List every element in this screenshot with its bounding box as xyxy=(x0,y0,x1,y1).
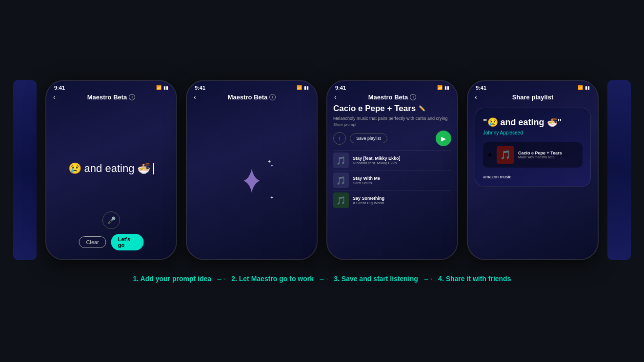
nav-bar-3: ‹ Maestro Beta i xyxy=(327,93,457,103)
status-icons-1: 📶 ▮▮ xyxy=(156,85,168,90)
back-btn-4[interactable]: ‹ xyxy=(475,93,477,101)
status-time-4: 9:41 xyxy=(476,85,486,91)
step-arrow-1: - - - → xyxy=(215,276,227,282)
track-info-2: Say Something A Great Big World xyxy=(353,196,384,205)
back-btn-1[interactable]: ‹ xyxy=(53,93,56,101)
phone-3: 9:41 📶 ▮▮ ‹ Maestro Beta i Cacio e Pepe … xyxy=(326,80,458,260)
back-btn-2[interactable]: ‹ xyxy=(194,93,196,101)
nav-title-1: Maestro Beta i xyxy=(87,94,136,101)
phone-4: 9:41 📶 ▮▮ ‹ Share playlist "😢 and eating… xyxy=(467,80,599,260)
main-sparkle xyxy=(239,168,265,194)
nav-title-4: Share playlist xyxy=(512,94,554,101)
nav-bar-2: ‹ Maestro Beta i xyxy=(187,93,317,103)
track-art-1: 🎵 xyxy=(333,172,349,188)
playlist-title: Cacio e Pepe + Tears ✏️ xyxy=(333,104,451,114)
share-track-details: Cacio e Pepe + Tears Made with maestro b… xyxy=(518,151,562,159)
step-label-3: 3. Save and start listening xyxy=(330,275,422,283)
back-btn-3[interactable]: ‹ xyxy=(334,93,337,101)
track-name-2: Say Something xyxy=(353,196,384,201)
status-icons-4: 📶 ▮▮ xyxy=(578,85,590,90)
phone3-main-content: Cacio e Pepe + Tears ✏️ Melancholy music… xyxy=(327,103,457,259)
share-mini-playlist-card: ✦ 🎵 Cacio e Pepe + Tears Made with maest… xyxy=(483,142,583,168)
track-item-2[interactable]: 🎵 Say Something A Great Big World xyxy=(333,190,451,210)
status-bar-3: 9:41 📶 ▮▮ xyxy=(327,81,457,93)
right-side-panel xyxy=(607,80,631,260)
track-name-1: Stay With Me xyxy=(353,176,380,181)
steps-row: 1. Add your prompt idea - - - → 2. Let M… xyxy=(0,275,644,283)
phone3-body: Cacio e Pepe + Tears ✏️ Melancholy music… xyxy=(327,103,457,259)
prompt-display: 😢 and eating 🍜 xyxy=(68,162,155,175)
wifi-icon-4: 📶 xyxy=(578,85,583,90)
wifi-icon-1: 📶 xyxy=(156,85,161,90)
status-icons-2: 📶 ▮▮ xyxy=(297,85,309,90)
track-art-0: 🎵 xyxy=(333,152,349,168)
step-item-3: 3. Save and start listening xyxy=(330,275,422,283)
share-album-art: 🎵 xyxy=(497,146,514,164)
share-track-name: Cacio e Pepe + Tears xyxy=(518,151,562,155)
playlist-description: Melancholy music that pairs perfectly wi… xyxy=(333,115,451,122)
wifi-icon-3: 📶 xyxy=(437,85,443,90)
show-prompt-link[interactable]: Show prompt xyxy=(333,122,451,127)
info-icon-2[interactable]: i xyxy=(269,94,276,100)
text-cursor xyxy=(153,163,154,174)
step-label-1: 1. Add your prompt idea xyxy=(129,275,216,283)
sparkle-dot-3: ✦ xyxy=(270,195,274,200)
step-item-2: 2. Let Maestro go to work xyxy=(227,275,318,283)
phone2-body: ✦ ✦ ✦ xyxy=(187,103,317,259)
mic-button[interactable]: 🎤 xyxy=(102,211,120,229)
save-playlist-button[interactable]: Save playlist xyxy=(350,133,387,143)
step-label-4: 4. Share it with friends xyxy=(434,275,515,283)
step-item-4: 4. Share it with friends xyxy=(434,275,515,283)
share-card: "😢 and eating 🍜" Johnny Appleseed ✦ 🎵 Ca… xyxy=(475,108,591,187)
track-art-2: 🎵 xyxy=(333,192,349,208)
track-item-1[interactable]: 🎵 Stay With Me Sam Smith xyxy=(333,170,451,190)
share-sparkle-icon: ✦ xyxy=(487,151,493,159)
play-button[interactable]: ▶ xyxy=(436,131,451,146)
battery-icon-1: ▮▮ xyxy=(163,85,168,90)
info-icon-1[interactable]: i xyxy=(129,94,135,100)
status-icons-3: 📶 ▮▮ xyxy=(437,85,449,90)
wifi-icon-2: 📶 xyxy=(297,85,302,90)
status-time-1: 9:41 xyxy=(54,85,65,91)
battery-icon-4: ▮▮ xyxy=(585,85,590,90)
track-artist-2: A Great Big World xyxy=(353,201,384,205)
battery-icon-2: ▮▮ xyxy=(304,85,309,90)
status-time-3: 9:41 xyxy=(335,85,346,91)
letsgo-button[interactable]: Let's go xyxy=(111,234,144,250)
info-icon-3[interactable]: i xyxy=(410,94,416,100)
status-time-2: 9:41 xyxy=(195,85,205,91)
step-label-2: 2. Let Maestro go to work xyxy=(227,275,318,283)
sparkle-dot-2: ✦ xyxy=(270,164,274,168)
track-item-0[interactable]: 🎵 Stay [feat. Mikky Ekko] Rihanna feat. … xyxy=(333,150,451,170)
ai-loading-sparkle: ✦ ✦ ✦ xyxy=(230,159,274,203)
phone4-body: "😢 and eating 🍜" Johnny Appleseed ✦ 🎵 Ca… xyxy=(468,103,598,259)
phone-2: 9:41 📶 ▮▮ ‹ Maestro Beta i ✦ ✦ ✦ xyxy=(186,80,318,260)
bottom-buttons: Clear Let's go xyxy=(79,234,144,250)
track-name-0: Stay [feat. Mikky Ekko] xyxy=(353,156,401,161)
step-item-1: 1. Add your prompt idea xyxy=(129,275,216,283)
share-username: Johnny Appleseed xyxy=(483,130,523,135)
nav-bar-1: ‹ Maestro Beta i xyxy=(46,93,176,103)
phone1-body: 😢 and eating 🍜 🎤 Clear Let's go xyxy=(46,103,176,259)
share-quote-text: "😢 and eating 🍜" xyxy=(483,117,562,128)
status-bar-2: 9:41 📶 ▮▮ xyxy=(187,81,317,93)
track-info-0: Stay [feat. Mikky Ekko] Rihanna feat. Mi… xyxy=(353,156,401,165)
edit-icon-playlist[interactable]: ✏️ xyxy=(419,105,425,112)
nav-bar-4: ‹ Share playlist xyxy=(468,93,598,103)
battery-icon-3: ▮▮ xyxy=(444,85,449,90)
share-action-btn[interactable]: ↑ xyxy=(333,132,346,145)
amazon-music-logo: amazon music xyxy=(483,174,511,179)
main-scene: 9:41 📶 ▮▮ ‹ Maestro Beta i 😢 and eating … xyxy=(0,80,644,283)
track-artist-0: Rihanna feat. Mikky Ekko xyxy=(353,161,401,165)
phones-row: 9:41 📶 ▮▮ ‹ Maestro Beta i 😢 and eating … xyxy=(13,80,631,260)
nav-title-3: Maestro Beta i xyxy=(368,94,417,101)
phone-1: 9:41 📶 ▮▮ ‹ Maestro Beta i 😢 and eating … xyxy=(45,80,177,260)
share-track-subtitle: Made with maestro beta xyxy=(518,155,562,159)
status-bar-4: 9:41 📶 ▮▮ xyxy=(468,81,598,93)
step-arrow-3: - - - → xyxy=(422,276,434,282)
left-side-panel xyxy=(13,80,37,260)
clear-button[interactable]: Clear xyxy=(79,236,106,248)
track-artist-1: Sam Smith xyxy=(353,181,380,185)
track-info-1: Stay With Me Sam Smith xyxy=(353,176,380,185)
step-arrow-2: - - - → xyxy=(318,276,330,282)
